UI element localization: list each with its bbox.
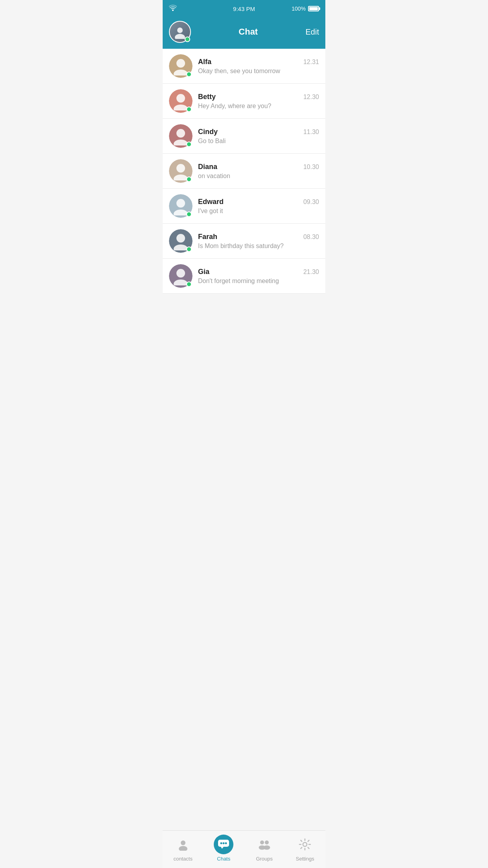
online-indicator — [186, 142, 192, 147]
chat-preview: Don't forget morning meeting — [198, 278, 319, 285]
status-bar: 9:43 PM 100% — [163, 0, 325, 17]
chat-item[interactable]: Farah 08.30 Is Mom birthday this saturda… — [163, 224, 325, 259]
chat-name: Diana — [198, 163, 217, 171]
chat-name-row: Diana 10.30 — [198, 163, 319, 171]
online-indicator — [186, 281, 192, 287]
status-right: 100% — [292, 6, 319, 12]
chat-time: 21.30 — [303, 268, 319, 276]
chat-name: Farah — [198, 233, 217, 241]
chat-avatar-wrap — [169, 264, 193, 288]
chat-time: 10.30 — [303, 164, 319, 171]
chat-content: Cindy 11.30 Go to Bali — [198, 128, 319, 145]
chat-name: Alfa — [198, 58, 211, 66]
chat-avatar-wrap — [169, 159, 193, 183]
chat-name: Gia — [198, 268, 209, 276]
svg-point-3 — [174, 70, 188, 75]
chat-content: Edward 09.30 I've got it — [198, 198, 319, 215]
edit-button[interactable]: Edit — [306, 28, 319, 37]
wifi-icon — [169, 5, 177, 13]
chat-avatar-wrap — [169, 229, 193, 253]
online-indicator — [186, 211, 192, 217]
chat-name: Cindy — [198, 128, 218, 136]
svg-point-12 — [176, 234, 185, 243]
online-indicator — [186, 177, 192, 182]
svg-point-13 — [174, 245, 188, 250]
chat-content: Farah 08.30 Is Mom birthday this saturda… — [198, 233, 319, 250]
online-indicator — [186, 72, 192, 77]
status-time: 9:43 PM — [233, 6, 255, 12]
chat-item[interactable]: Edward 09.30 I've got it — [163, 189, 325, 224]
svg-point-8 — [176, 164, 185, 173]
chat-avatar-wrap — [169, 54, 193, 78]
user-online-indicator — [185, 37, 190, 42]
chat-time: 12.31 — [303, 59, 319, 66]
chat-content: Gia 21.30 Don't forget morning meeting — [198, 268, 319, 285]
page-title: Chat — [238, 27, 258, 37]
chat-item[interactable]: Betty 12.30 Hey Andy, where are you? — [163, 84, 325, 119]
svg-point-15 — [174, 280, 188, 285]
chat-avatar-wrap — [169, 89, 193, 113]
chat-preview: Is Mom birthday this saturday? — [198, 243, 319, 250]
svg-point-4 — [176, 94, 185, 103]
chat-list-container: Alfa 12.31 Okay then, see you tomorrow — [163, 49, 325, 325]
chat-list: Alfa 12.31 Okay then, see you tomorrow — [163, 49, 325, 294]
chat-time: 09.30 — [303, 199, 319, 206]
svg-point-9 — [174, 175, 188, 180]
battery-icon — [308, 6, 319, 11]
svg-point-10 — [176, 199, 185, 208]
chat-name-row: Edward 09.30 — [198, 198, 319, 206]
chat-preview: on vacation — [198, 173, 319, 180]
svg-point-2 — [176, 59, 185, 68]
chat-item[interactable]: Alfa 12.31 Okay then, see you tomorrow — [163, 49, 325, 84]
chat-item[interactable]: Cindy 11.30 Go to Bali — [163, 119, 325, 154]
chat-content: Betty 12.30 Hey Andy, where are you? — [198, 93, 319, 110]
svg-point-7 — [174, 140, 188, 145]
svg-point-1 — [175, 34, 185, 39]
chat-name: Edward — [198, 198, 224, 206]
chat-name: Betty — [198, 93, 216, 101]
chat-time: 08.30 — [303, 234, 319, 241]
chat-content: Diana 10.30 on vacation — [198, 163, 319, 180]
svg-point-14 — [176, 269, 185, 278]
svg-point-11 — [174, 210, 188, 215]
chat-item[interactable]: Gia 21.30 Don't forget morning meeting — [163, 259, 325, 294]
chat-name-row: Cindy 11.30 — [198, 128, 319, 136]
svg-point-6 — [176, 129, 185, 138]
chat-name-row: Alfa 12.31 — [198, 58, 319, 66]
online-indicator — [186, 107, 192, 112]
chat-avatar-wrap — [169, 124, 193, 148]
svg-point-5 — [174, 105, 188, 110]
chat-name-row: Betty 12.30 — [198, 93, 319, 101]
chat-preview: Go to Bali — [198, 138, 319, 145]
battery-percentage: 100% — [292, 6, 306, 12]
svg-point-0 — [177, 28, 183, 33]
chat-name-row: Gia 21.30 — [198, 268, 319, 276]
app-header: Chat Edit — [163, 17, 325, 49]
chat-preview: Okay then, see you tomorrow — [198, 68, 319, 75]
chat-content: Alfa 12.31 Okay then, see you tomorrow — [198, 58, 319, 75]
chat-name-row: Farah 08.30 — [198, 233, 319, 241]
online-indicator — [186, 246, 192, 252]
chat-preview: I've got it — [198, 208, 319, 215]
chat-avatar-wrap — [169, 194, 193, 218]
chat-item[interactable]: Diana 10.30 on vacation — [163, 154, 325, 189]
user-avatar-wrap[interactable] — [169, 21, 191, 43]
chat-preview: Hey Andy, where are you? — [198, 103, 319, 110]
chat-time: 11.30 — [303, 129, 319, 136]
chat-time: 12.30 — [303, 94, 319, 101]
